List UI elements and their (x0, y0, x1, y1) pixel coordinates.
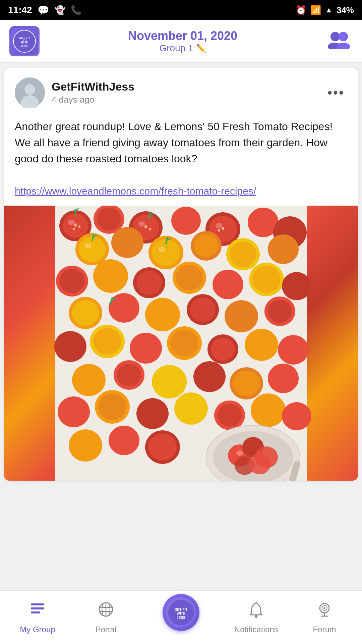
svg-text:GET FIT: GET FIT (175, 608, 187, 611)
center-logo-button[interactable]: GET FIT WITH JESS (163, 594, 199, 631)
post-more-button[interactable]: ••• (325, 83, 347, 103)
post-link[interactable]: https://www.loveandlemons.com/fresh-toma… (15, 185, 256, 197)
svg-point-64 (72, 364, 106, 396)
alarm-icon: ⏰ (296, 5, 306, 15)
svg-point-30 (194, 234, 218, 257)
svg-point-38 (136, 271, 162, 295)
post-time: 4 days ago (52, 95, 134, 105)
svg-point-44 (282, 272, 311, 300)
my-group-icon (29, 601, 46, 622)
svg-point-54 (54, 331, 86, 362)
svg-point-76 (174, 392, 208, 425)
svg-point-127 (255, 615, 257, 618)
svg-point-113 (85, 243, 92, 249)
header-group[interactable]: Group 1 ✏️ (128, 43, 237, 54)
svg-point-67 (152, 365, 187, 398)
notifications-icon (247, 601, 265, 622)
signal-icon: ▲ (325, 6, 333, 14)
logo-svg: GET FIT WITH JESS A (13, 30, 36, 53)
svg-point-104 (78, 225, 80, 228)
whatsapp-icon: 💬 (38, 5, 49, 16)
svg-point-33 (268, 234, 299, 264)
svg-point-56 (93, 328, 121, 355)
status-time: 11:42 (8, 5, 32, 15)
phone-icon: 📞 (71, 5, 81, 15)
svg-point-110 (68, 220, 75, 225)
post-username: GetFitWithJess (52, 80, 134, 93)
status-right: ⏰ 📶 ▲ 34% (296, 5, 354, 15)
svg-point-36 (93, 259, 128, 293)
svg-point-130 (323, 607, 325, 609)
status-left: 11:42 💬 👻 📞 (8, 5, 81, 16)
svg-point-107 (149, 228, 151, 230)
nav-item-portal[interactable]: Portal (72, 596, 140, 639)
nav-item-center[interactable]: GET FIT WITH JESS (140, 589, 222, 644)
post-header: GetFitWithJess 4 days ago ••• (4, 68, 358, 113)
svg-point-111 (138, 221, 145, 227)
svg-point-82 (109, 426, 139, 455)
post-image (4, 206, 358, 481)
notifications-label: Notifications (234, 625, 278, 634)
svg-point-26 (111, 227, 143, 258)
forum-label: Forum (313, 625, 336, 634)
svg-point-109 (218, 229, 220, 232)
app-logo[interactable]: GET FIT WITH JESS A (9, 26, 40, 56)
forum-icon (316, 601, 333, 622)
svg-point-84 (148, 434, 177, 461)
svg-point-57 (130, 333, 162, 364)
svg-point-91 (249, 453, 271, 474)
svg-point-70 (233, 371, 260, 396)
svg-point-72 (58, 396, 90, 427)
svg-point-48 (145, 298, 180, 331)
svg-point-43 (252, 266, 281, 293)
my-group-label: My Group (20, 625, 55, 634)
post-body: Another great roundup! Love & Lemons' 50… (4, 113, 358, 206)
svg-point-78 (218, 404, 242, 427)
svg-point-47 (109, 293, 139, 323)
wifi-icon: 📶 (310, 5, 321, 15)
nav-item-notifications[interactable]: Notifications (222, 596, 290, 639)
svg-point-79 (251, 393, 286, 427)
svg-point-103 (74, 223, 77, 227)
members-button[interactable] (326, 29, 353, 53)
svg-rect-117 (31, 607, 44, 609)
edit-group-icon[interactable]: ✏️ (196, 44, 206, 53)
svg-text:A: A (21, 37, 27, 46)
header-date: November 01, 2020 (128, 29, 237, 43)
svg-point-46 (72, 300, 99, 326)
svg-point-61 (211, 338, 235, 361)
svg-point-80 (282, 402, 311, 430)
svg-point-19 (171, 207, 201, 235)
post-user-details: GetFitWithJess 4 days ago (52, 80, 134, 105)
svg-point-115 (236, 450, 243, 456)
svg-point-106 (144, 225, 147, 228)
header-center: November 01, 2020 Group 1 ✏️ (128, 29, 237, 54)
svg-point-32 (230, 241, 256, 267)
svg-point-10 (24, 84, 35, 95)
svg-point-51 (225, 300, 258, 332)
svg-point-62 (245, 329, 278, 361)
post-avatar (15, 77, 45, 108)
tomato-svg-image (4, 206, 358, 481)
svg-point-105 (73, 228, 75, 230)
post-user-info: GetFitWithJess 4 days ago (15, 77, 134, 108)
svg-text:JESS: JESS (177, 616, 185, 620)
portal-label: Portal (95, 625, 116, 634)
svg-point-75 (136, 398, 169, 429)
svg-point-114 (159, 247, 165, 252)
nav-item-forum[interactable]: Forum (290, 596, 359, 639)
svg-point-68 (193, 361, 226, 392)
battery-level: 34% (337, 5, 354, 15)
svg-point-16 (97, 208, 121, 230)
svg-rect-116 (31, 603, 44, 605)
svg-point-66 (117, 364, 141, 386)
svg-rect-118 (31, 611, 40, 613)
post-text-content: Another great roundup! Love & Lemons' 50… (15, 120, 333, 165)
snapchat-icon: 👻 (55, 5, 65, 15)
nav-item-my-group[interactable]: My Group (3, 596, 72, 639)
svg-point-41 (213, 270, 243, 299)
status-bar: 11:42 💬 👻 📞 ⏰ 📶 ▲ 34% (0, 0, 362, 20)
svg-text:WITH: WITH (177, 612, 185, 615)
portal-icon (97, 601, 115, 622)
svg-point-40 (176, 265, 203, 290)
